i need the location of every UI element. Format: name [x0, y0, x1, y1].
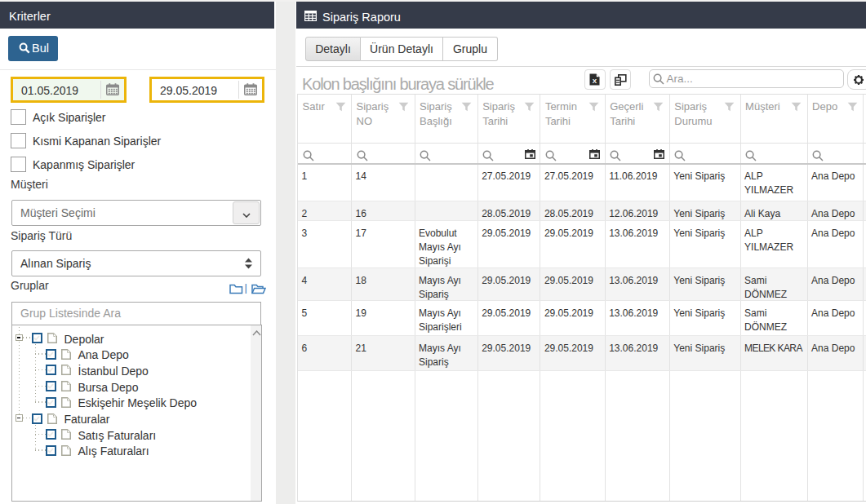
svg-text:X: X [593, 77, 597, 85]
